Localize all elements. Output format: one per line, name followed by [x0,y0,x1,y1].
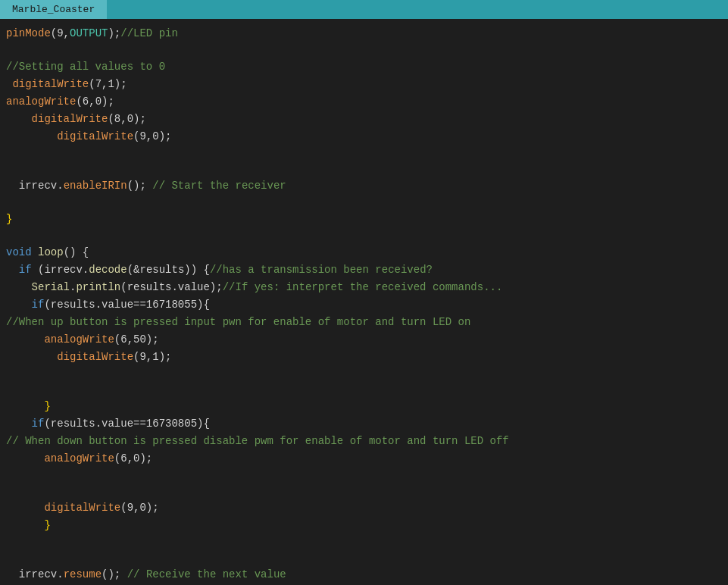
code-line-25: if(results.value==16730805){ [0,415,728,433]
tab-marble-coaster[interactable]: Marble_Coaster [0,0,108,19]
code-line-31: } [0,517,728,534]
code-line-15: void loop() { [0,244,728,261]
code-editor: pinMode(9,OUTPUT);//LED pin //Setting al… [0,19,728,585]
code-line-20: analogWrite(6,50); [0,331,728,349]
code-line-7: digitalWrite(9,0); [0,128,728,145]
code-line-5: analogWrite(6,0); [0,93,728,111]
code-line-26: // When down button is pressed disable p… [0,433,728,450]
code-line-19: //When up button is pressed input pwn fo… [0,314,728,331]
code-line-34: irrecv.resume(); // Receive the next val… [0,566,728,583]
code-line-empty-10 [0,534,728,550]
code-line-empty-7 [0,382,728,398]
code-line-18: if(results.value==16718055){ [0,296,728,314]
code-line-empty-5 [0,228,728,244]
code-line-empty-9 [0,483,728,499]
code-line-empty-1 [0,42,728,58]
code-line-3: //Setting all values to 0 [0,58,728,76]
code-line-6: digitalWrite(8,0); [0,111,728,128]
code-line-1: pinMode(9,OUTPUT);//LED pin [0,25,728,42]
code-line-16: if (irrecv.decode(&results)) {//has a tr… [0,261,728,279]
code-line-24: } [0,398,728,415]
code-line-21: digitalWrite(9,1); [0,349,728,366]
code-line-30: digitalWrite(9,0); [0,499,728,517]
code-line-empty-3 [0,161,728,177]
code-line-13: } [0,211,728,228]
code-line-27: analogWrite(6,0); [0,450,728,468]
code-line-empty-4 [0,195,728,211]
code-line-empty-8 [0,468,728,483]
code-line-17: Serial.println(results.value);//If yes: … [0,279,728,296]
code-line-11: irrecv.enableIRIn(); // Start the receiv… [0,177,728,195]
tab-bar: Marble_Coaster [0,0,728,19]
code-line-empty-6 [0,366,728,382]
code-line-empty-11 [0,550,728,566]
code-line-4: digitalWrite(7,1); [0,76,728,93]
code-line-empty-2 [0,145,728,161]
